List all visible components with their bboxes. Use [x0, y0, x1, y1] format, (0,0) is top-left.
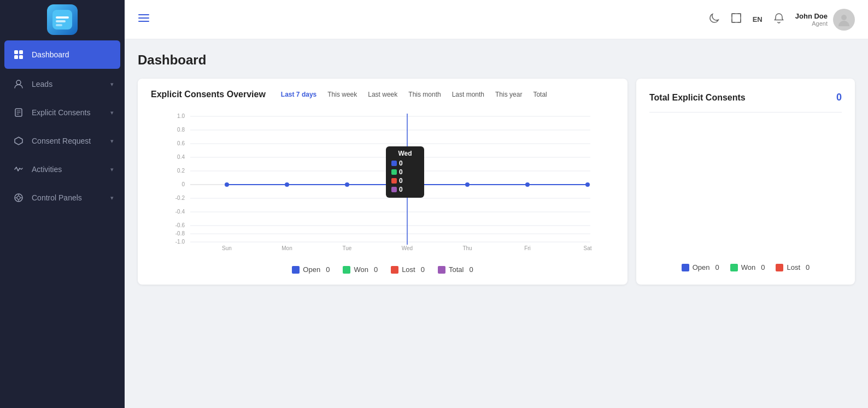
sidebar-item-label: Activities — [32, 165, 62, 174]
filter-thisweek[interactable]: This week — [325, 90, 359, 99]
sidebar-item-leads[interactable]: Leads ▾ — [0, 70, 125, 98]
app-logo-icon — [47, 4, 78, 35]
right-legend-open-dot — [682, 264, 689, 271]
right-legend-lost-value: 0 — [806, 263, 810, 271]
sidebar-item-dashboard[interactable]: Dashboard — [4, 40, 120, 69]
svg-text:0.4: 0.4 — [177, 154, 185, 160]
filter-thisyear[interactable]: This year — [493, 90, 524, 99]
control-panels-icon — [11, 190, 26, 205]
legend-lost-dot — [391, 266, 398, 274]
svg-point-58 — [345, 182, 349, 187]
legend-total: Total 0 — [438, 265, 473, 274]
chart-header: Explicit Consents Overview Last 7 days T… — [151, 90, 614, 99]
svg-point-61 — [525, 182, 530, 187]
user-profile[interactable]: John Doe Agent — [795, 9, 855, 31]
legend-won: Won 0 — [343, 265, 378, 274]
svg-rect-7 — [19, 55, 23, 59]
notifications-icon[interactable] — [773, 13, 784, 26]
legend-open: Open 0 — [292, 265, 330, 274]
chart-card: Explicit Consents Overview Last 7 days T… — [138, 79, 627, 285]
language-selector[interactable]: EN — [753, 15, 763, 23]
dark-mode-icon[interactable] — [709, 13, 720, 26]
svg-text:-0.2: -0.2 — [175, 195, 185, 201]
leads-icon — [11, 76, 26, 92]
svg-text:0.2: 0.2 — [177, 168, 185, 174]
legend-lost: Lost 0 — [391, 265, 425, 274]
time-filters: Last 7 days This week Last week This mon… — [279, 90, 549, 99]
svg-text:1.0: 1.0 — [177, 113, 185, 119]
svg-text:0.8: 0.8 — [177, 127, 185, 133]
sidebar-item-control-panels[interactable]: Control Panels ▾ — [0, 184, 125, 212]
svg-text:-0.4: -0.4 — [175, 209, 185, 215]
svg-rect-4 — [14, 50, 18, 54]
avatar — [833, 9, 855, 31]
legend-won-label: Won — [354, 265, 368, 274]
svg-point-57 — [285, 182, 289, 187]
right-legend-lost: Lost 0 — [776, 263, 810, 271]
right-card: Total Explicit Consents 0 Open 0 Won 0 — [636, 79, 855, 285]
legend-open-dot — [292, 266, 300, 274]
sidebar-item-explicit-consents[interactable]: Explicit Consents ▾ — [0, 98, 125, 127]
filter-last7days[interactable]: Last 7 days — [279, 90, 319, 99]
header: EN John Doe Agent — [125, 0, 868, 39]
chevron-down-icon: ▾ — [110, 109, 114, 116]
right-legend-won-dot — [730, 264, 738, 271]
svg-text:Mon: Mon — [281, 245, 292, 250]
right-legend-open-label: Open — [693, 263, 710, 271]
legend-won-value: 0 — [374, 265, 378, 274]
right-card-legend: Open 0 Won 0 Lost 0 — [649, 259, 842, 271]
filter-lastweek[interactable]: Last week — [366, 90, 400, 99]
right-legend-lost-label: Lost — [787, 263, 800, 271]
total-consents-value: 0 — [836, 92, 842, 103]
svg-point-60 — [465, 182, 470, 187]
sidebar-item-label: Explicit Consents — [32, 108, 90, 117]
filter-thismonth[interactable]: This month — [406, 90, 443, 99]
activities-icon — [11, 162, 26, 177]
svg-point-24 — [841, 15, 847, 20]
right-legend-open-value: 0 — [715, 263, 719, 271]
svg-rect-5 — [19, 50, 23, 54]
svg-rect-3 — [56, 24, 62, 26]
sidebar-item-label: Consent Request — [32, 137, 91, 145]
svg-rect-6 — [14, 55, 18, 59]
main-content: EN John Doe Agent Dashboard Explicit — [125, 0, 868, 408]
chart-title: Explicit Consents Overview — [151, 90, 266, 99]
right-legend-won-label: Won — [741, 263, 756, 271]
svg-text:Sun: Sun — [222, 245, 232, 250]
legend-open-label: Open — [303, 265, 320, 274]
legend-total-value: 0 — [469, 265, 473, 274]
svg-point-56 — [225, 182, 229, 187]
dashboard-icon — [11, 47, 26, 62]
chevron-down-icon: ▾ — [110, 166, 114, 173]
fullscreen-icon[interactable] — [731, 13, 742, 26]
sidebar-item-label: Leads — [32, 80, 52, 88]
svg-rect-1 — [56, 16, 69, 19]
page-title: Dashboard — [138, 52, 855, 68]
chevron-down-icon: ▾ — [110, 138, 114, 145]
svg-rect-2 — [56, 20, 66, 22]
svg-text:Sat: Sat — [583, 245, 591, 250]
user-text: John Doe Agent — [795, 12, 828, 27]
svg-text:0.6: 0.6 — [177, 140, 185, 146]
svg-text:Thu: Thu — [462, 245, 472, 250]
right-divider — [649, 112, 842, 113]
explicit-consents-icon — [11, 105, 26, 120]
sidebar-item-consent-request[interactable]: Consent Request ▾ — [0, 127, 125, 155]
svg-text:-0.6: -0.6 — [175, 222, 185, 228]
total-consents-label: Total Explicit Consents — [649, 93, 746, 103]
filter-lastmonth[interactable]: Last month — [450, 90, 486, 99]
sidebar-logo — [0, 0, 125, 39]
chart-legend: Open 0 Won 0 Lost 0 Tot — [151, 265, 614, 274]
legend-lost-value: 0 — [421, 265, 425, 274]
user-role: Agent — [795, 20, 828, 27]
svg-rect-23 — [732, 14, 741, 22]
hamburger-menu-icon[interactable] — [138, 12, 150, 27]
svg-text:Fri: Fri — [524, 245, 531, 250]
sidebar-item-activities[interactable]: Activities ▾ — [0, 155, 125, 184]
svg-point-15 — [17, 196, 20, 199]
svg-marker-13 — [15, 137, 22, 145]
chart-svg: 1.0 0.8 0.6 0.4 0.2 0 -0.2 -0.4 -0.6 -0.… — [151, 108, 614, 250]
legend-won-dot — [343, 266, 350, 274]
page-body: Dashboard Explicit Consents Overview Las… — [125, 39, 868, 408]
filter-total[interactable]: Total — [531, 90, 549, 99]
